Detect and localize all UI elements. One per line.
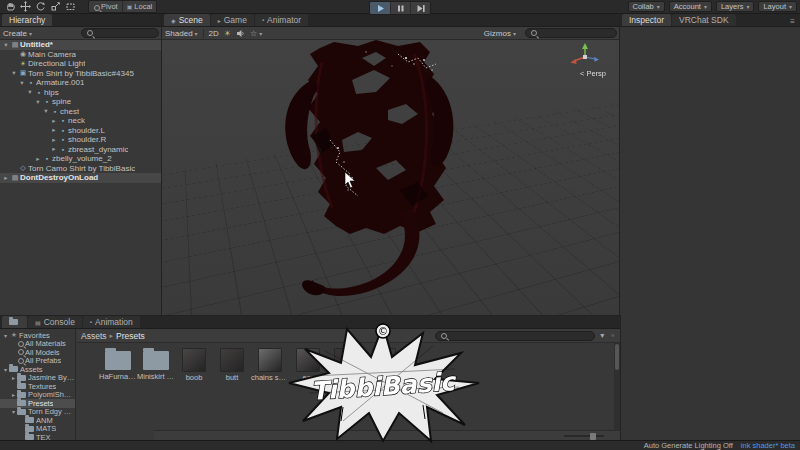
asset-item[interactable]: butt	[213, 348, 251, 382]
breadcrumb-root[interactable]: Assets	[81, 331, 107, 341]
project-tree-item[interactable]: MATS	[0, 425, 75, 434]
chevron-right-icon[interactable]: ▸	[2, 174, 10, 182]
search-filter-icon[interactable]: ▾	[598, 331, 606, 340]
hierarchy-item[interactable]: ▸zbreast_dynamic	[0, 145, 162, 155]
thumbnail-size-slider[interactable]	[564, 435, 604, 437]
asset-item[interactable]: chains sho...	[251, 348, 289, 382]
asset-item[interactable]: Miniskirt Ho...	[137, 348, 175, 381]
project-search-input[interactable]	[451, 331, 581, 340]
tab-animation[interactable]: ▪Animation	[83, 316, 140, 328]
project-tree-item[interactable]: ▾Assets	[0, 365, 75, 374]
hierarchy-item[interactable]: ▾chest	[0, 107, 162, 117]
tab-hierarchy[interactable]: Hierarchy	[2, 14, 52, 26]
collab-dropdown[interactable]: Collab▾	[628, 1, 665, 12]
asset-item[interactable]: boob	[175, 348, 213, 382]
tab-inspector[interactable]: Inspector	[622, 14, 671, 26]
project-tree-item[interactable]: ▾Favorites	[0, 331, 75, 340]
status-link[interactable]: ink shader* beta	[741, 441, 795, 450]
hierarchy-item[interactable]: ▸shoulder.L	[0, 126, 162, 136]
tab-vrchat-sdk[interactable]: VRChat SDK	[672, 14, 736, 26]
layout-dropdown[interactable]: Layout▾	[758, 1, 797, 12]
chevron-right-icon[interactable]: ▸	[50, 136, 58, 144]
chevron-right-icon[interactable]: ▸	[50, 145, 58, 153]
hand-tool-icon[interactable]	[3, 1, 18, 13]
scene-search-input[interactable]	[541, 29, 601, 38]
asset-item[interactable]: HaFurnall...	[99, 348, 137, 381]
project-tree-item[interactable]: ▸PoiyomiShaders	[0, 391, 75, 400]
hierarchy-item[interactable]: ▾spine	[0, 97, 162, 107]
rect-tool-icon[interactable]	[63, 1, 78, 13]
project-tree-item[interactable]: All Materials	[0, 340, 75, 349]
scale-tool-icon[interactable]	[48, 1, 63, 13]
gizmos-dropdown[interactable]: Gizmos▾	[484, 29, 516, 38]
2d-toggle[interactable]: 2D	[209, 29, 219, 38]
chevron-right-icon[interactable]: ▸	[50, 117, 58, 125]
pivot-toggle[interactable]: Pivot	[89, 1, 122, 12]
layers-dropdown[interactable]: Layers▾	[716, 1, 755, 12]
chevron-right-icon[interactable]: ▸	[10, 374, 17, 381]
tab-console[interactable]: ▤Console	[28, 316, 82, 328]
tab-animator[interactable]: ▪Animator	[255, 14, 308, 26]
chevron-down-icon[interactable]: ▾	[10, 408, 17, 415]
hierarchy-item[interactable]: ▸DontDestroyOnLoad	[0, 173, 162, 183]
hierarchy-item[interactable]: ▾Armature.001	[0, 78, 162, 88]
panel-menu-icon[interactable]: ≡	[787, 17, 798, 26]
scene-fx-dropdown[interactable]: ☆▾	[250, 29, 262, 38]
chevron-down-icon[interactable]: ▾	[34, 98, 42, 106]
project-tree-item[interactable]: ▸Jasmine By Love	[0, 374, 75, 383]
breadcrumb-current[interactable]: Presets	[116, 331, 145, 341]
pause-button[interactable]	[390, 2, 410, 14]
torn-shirt-mesh[interactable]	[285, 40, 453, 296]
scene-lighting-toggle[interactable]: ☀	[224, 29, 231, 38]
chevron-right-icon[interactable]: ▸	[10, 391, 17, 398]
play-button[interactable]	[370, 2, 390, 14]
account-dropdown[interactable]: Account▾	[669, 1, 712, 12]
asset-item[interactable]: ear	[289, 348, 327, 382]
scene-viewport[interactable]: < Persp	[162, 40, 620, 316]
project-tree-item[interactable]: Presets	[0, 399, 75, 408]
asset-item[interactable]: w1	[365, 348, 403, 382]
chevron-down-icon[interactable]: ▾	[18, 79, 26, 87]
project-tree-item[interactable]: Textures	[0, 382, 75, 391]
step-button[interactable]	[410, 2, 430, 14]
hierarchy-item[interactable]: ▾hips	[0, 88, 162, 98]
chevron-down-icon[interactable]: ▾	[2, 332, 9, 339]
hierarchy-item[interactable]: ▾Untitled*	[0, 40, 162, 50]
hierarchy-item[interactable]: ▾Torn Shirt by TibbiBasic#4345	[0, 69, 162, 79]
chevron-right-icon[interactable]: ▸	[50, 126, 58, 134]
hierarchy-item[interactable]: Directional Light	[0, 59, 162, 69]
scene-audio-toggle[interactable]	[236, 29, 245, 38]
lock-icon[interactable]: ◦	[609, 331, 616, 340]
rotate-tool-icon[interactable]	[33, 1, 48, 13]
chevron-down-icon[interactable]: ▾	[42, 107, 50, 115]
perspective-label[interactable]: < Persp	[580, 69, 606, 78]
shading-mode-dropdown[interactable]: Shaded▾	[165, 29, 198, 38]
orientation-gizmo[interactable]	[568, 43, 602, 69]
hierarchy-item[interactable]: ▸neck	[0, 116, 162, 126]
tab-game[interactable]: ▸Game	[211, 14, 254, 26]
project-tree-item[interactable]: ▾Torn Edgy Camo Shirt by T	[0, 408, 75, 417]
tab-project[interactable]	[2, 316, 27, 328]
chevron-down-icon[interactable]: ▾	[2, 366, 9, 373]
hierarchy-item[interactable]: ▸shoulder.R	[0, 135, 162, 145]
hierarchy-item[interactable]: Torn Camo Shirt by TibbiBasic	[0, 164, 162, 174]
move-tool-icon[interactable]	[18, 1, 33, 13]
asset-item[interactable]: hair	[327, 348, 365, 382]
project-tree-item[interactable]: TEX	[0, 433, 75, 440]
project-tree-item[interactable]: ANM	[0, 416, 75, 425]
lighting-status[interactable]: Auto Generate Lighting Off	[644, 441, 733, 450]
tab-scene[interactable]: ◈Scene	[164, 14, 210, 26]
project-tree-item[interactable]: All Models	[0, 348, 75, 357]
project-scrollbar[interactable]	[614, 343, 620, 430]
chevron-down-icon[interactable]: ▾	[10, 69, 18, 77]
hierarchy-item[interactable]: ▸zbelly_volume_2	[0, 154, 162, 164]
local-toggle[interactable]: ▣Local	[122, 1, 157, 12]
scrollbar-thumb[interactable]	[615, 344, 619, 370]
chevron-right-icon[interactable]: ▸	[34, 155, 42, 163]
chevron-down-icon[interactable]: ▾	[2, 41, 10, 49]
hierarchy-search-input[interactable]	[97, 29, 157, 38]
hierarchy-item[interactable]: Main Camera	[0, 50, 162, 60]
slider-knob[interactable]	[590, 433, 596, 440]
create-button[interactable]: Create▾	[3, 29, 32, 38]
chevron-down-icon[interactable]: ▾	[26, 88, 34, 96]
